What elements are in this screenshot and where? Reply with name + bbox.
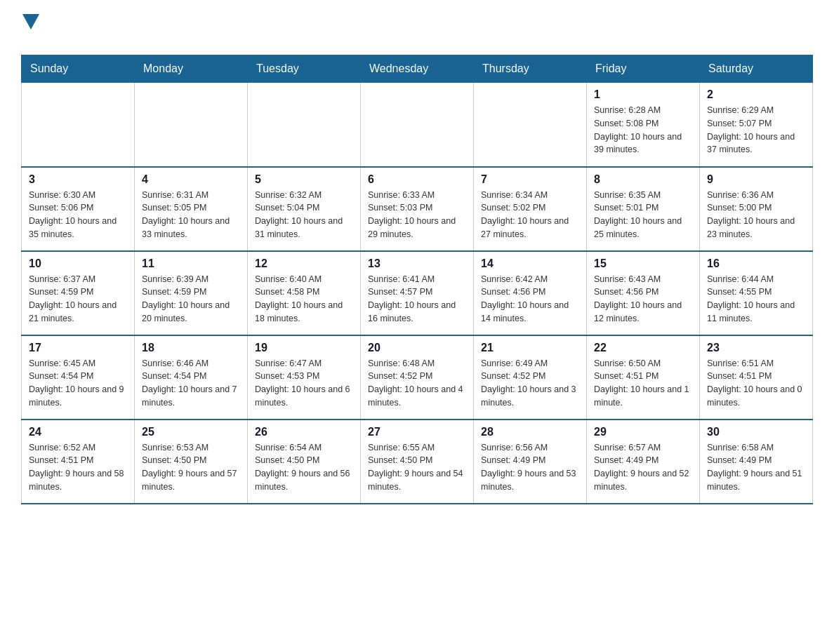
day-number: 15	[594, 257, 692, 270]
calendar-cell: 21Sunrise: 6:49 AMSunset: 4:52 PMDayligh…	[474, 335, 587, 420]
calendar-cell	[22, 83, 135, 167]
calendar-cell: 14Sunrise: 6:42 AMSunset: 4:56 PMDayligh…	[474, 251, 587, 335]
day-info: Sunrise: 6:31 AMSunset: 5:05 PMDaylight:…	[142, 189, 240, 241]
calendar-week-row: 1Sunrise: 6:28 AMSunset: 5:08 PMDaylight…	[22, 83, 813, 167]
calendar-cell	[135, 83, 248, 167]
day-info: Sunrise: 6:30 AMSunset: 5:06 PMDaylight:…	[29, 189, 127, 241]
day-info: Sunrise: 6:53 AMSunset: 4:50 PMDaylight:…	[142, 441, 240, 494]
day-info: Sunrise: 6:32 AMSunset: 5:04 PMDaylight:…	[255, 189, 353, 241]
day-number: 5	[255, 173, 353, 186]
logo-triangle-icon	[22, 14, 39, 29]
day-info: Sunrise: 6:42 AMSunset: 4:56 PMDaylight:…	[481, 273, 579, 326]
logo	[21, 14, 41, 48]
day-number: 13	[368, 257, 466, 270]
day-info: Sunrise: 6:49 AMSunset: 4:52 PMDaylight:…	[481, 357, 579, 410]
calendar-cell: 11Sunrise: 6:39 AMSunset: 4:59 PMDayligh…	[135, 251, 248, 335]
day-number: 28	[481, 426, 579, 438]
day-number: 1	[594, 88, 692, 101]
day-info: Sunrise: 6:36 AMSunset: 5:00 PMDaylight:…	[707, 189, 805, 241]
day-info: Sunrise: 6:46 AMSunset: 4:54 PMDaylight:…	[142, 357, 240, 410]
calendar-cell: 18Sunrise: 6:46 AMSunset: 4:54 PMDayligh…	[135, 335, 248, 420]
day-number: 19	[255, 342, 353, 354]
day-info: Sunrise: 6:28 AMSunset: 5:08 PMDaylight:…	[594, 104, 692, 156]
calendar-cell: 10Sunrise: 6:37 AMSunset: 4:59 PMDayligh…	[22, 251, 135, 335]
day-number: 23	[707, 342, 805, 354]
day-info: Sunrise: 6:47 AMSunset: 4:53 PMDaylight:…	[255, 357, 353, 410]
calendar-cell: 26Sunrise: 6:54 AMSunset: 4:50 PMDayligh…	[248, 420, 361, 504]
day-info: Sunrise: 6:41 AMSunset: 4:57 PMDaylight:…	[368, 273, 466, 326]
day-info: Sunrise: 6:55 AMSunset: 4:50 PMDaylight:…	[368, 441, 466, 494]
day-info: Sunrise: 6:48 AMSunset: 4:52 PMDaylight:…	[368, 357, 466, 410]
day-number: 21	[481, 342, 579, 354]
day-info: Sunrise: 6:29 AMSunset: 5:07 PMDaylight:…	[707, 104, 805, 156]
day-number: 2	[707, 88, 805, 101]
calendar-cell: 6Sunrise: 6:33 AMSunset: 5:03 PMDaylight…	[361, 167, 474, 251]
calendar-cell: 19Sunrise: 6:47 AMSunset: 4:53 PMDayligh…	[248, 335, 361, 420]
day-number: 30	[707, 426, 805, 438]
weekday-header-wednesday: Wednesday	[361, 55, 474, 83]
calendar-cell	[474, 83, 587, 167]
day-info: Sunrise: 6:57 AMSunset: 4:49 PMDaylight:…	[594, 441, 692, 494]
calendar-cell: 22Sunrise: 6:50 AMSunset: 4:51 PMDayligh…	[587, 335, 700, 420]
day-number: 27	[368, 426, 466, 438]
day-number: 11	[142, 257, 240, 270]
calendar-cell: 2Sunrise: 6:29 AMSunset: 5:07 PMDaylight…	[700, 83, 813, 167]
day-number: 22	[594, 342, 692, 354]
calendar-cell: 17Sunrise: 6:45 AMSunset: 4:54 PMDayligh…	[22, 335, 135, 420]
day-number: 14	[481, 257, 579, 270]
day-number: 4	[142, 173, 240, 186]
calendar-week-row: 3Sunrise: 6:30 AMSunset: 5:06 PMDaylight…	[22, 167, 813, 251]
calendar-week-row: 24Sunrise: 6:52 AMSunset: 4:51 PMDayligh…	[22, 420, 813, 504]
calendar-week-row: 17Sunrise: 6:45 AMSunset: 4:54 PMDayligh…	[22, 335, 813, 420]
day-number: 10	[29, 257, 127, 270]
day-info: Sunrise: 6:45 AMSunset: 4:54 PMDaylight:…	[29, 357, 127, 410]
day-number: 6	[368, 173, 466, 186]
calendar-table: SundayMondayTuesdayWednesdayThursdayFrid…	[21, 55, 813, 504]
calendar-cell: 24Sunrise: 6:52 AMSunset: 4:51 PMDayligh…	[22, 420, 135, 504]
day-info: Sunrise: 6:34 AMSunset: 5:02 PMDaylight:…	[481, 189, 579, 241]
calendar-cell: 13Sunrise: 6:41 AMSunset: 4:57 PMDayligh…	[361, 251, 474, 335]
day-info: Sunrise: 6:50 AMSunset: 4:51 PMDaylight:…	[594, 357, 692, 410]
day-number: 3	[29, 173, 127, 186]
day-number: 24	[29, 426, 127, 438]
day-info: Sunrise: 6:58 AMSunset: 4:49 PMDaylight:…	[707, 441, 805, 494]
day-number: 25	[142, 426, 240, 438]
calendar-cell: 28Sunrise: 6:56 AMSunset: 4:49 PMDayligh…	[474, 420, 587, 504]
day-info: Sunrise: 6:39 AMSunset: 4:59 PMDaylight:…	[142, 273, 240, 326]
day-info: Sunrise: 6:52 AMSunset: 4:51 PMDaylight:…	[29, 441, 127, 494]
calendar-cell: 9Sunrise: 6:36 AMSunset: 5:00 PMDaylight…	[700, 167, 813, 251]
calendar-cell: 4Sunrise: 6:31 AMSunset: 5:05 PMDaylight…	[135, 167, 248, 251]
day-info: Sunrise: 6:54 AMSunset: 4:50 PMDaylight:…	[255, 441, 353, 494]
calendar-cell: 15Sunrise: 6:43 AMSunset: 4:56 PMDayligh…	[587, 251, 700, 335]
calendar-cell: 29Sunrise: 6:57 AMSunset: 4:49 PMDayligh…	[587, 420, 700, 504]
day-info: Sunrise: 6:40 AMSunset: 4:58 PMDaylight:…	[255, 273, 353, 326]
day-number: 29	[594, 426, 692, 438]
day-number: 26	[255, 426, 353, 438]
calendar-cell: 5Sunrise: 6:32 AMSunset: 5:04 PMDaylight…	[248, 167, 361, 251]
calendar-cell: 1Sunrise: 6:28 AMSunset: 5:08 PMDaylight…	[587, 83, 700, 167]
weekday-header-thursday: Thursday	[474, 55, 587, 83]
calendar-cell: 25Sunrise: 6:53 AMSunset: 4:50 PMDayligh…	[135, 420, 248, 504]
weekday-header-sunday: Sunday	[22, 55, 135, 83]
day-info: Sunrise: 6:56 AMSunset: 4:49 PMDaylight:…	[481, 441, 579, 494]
calendar-cell: 3Sunrise: 6:30 AMSunset: 5:06 PMDaylight…	[22, 167, 135, 251]
day-number: 8	[594, 173, 692, 186]
day-number: 16	[707, 257, 805, 270]
calendar-cell: 7Sunrise: 6:34 AMSunset: 5:02 PMDaylight…	[474, 167, 587, 251]
calendar-cell	[248, 83, 361, 167]
day-info: Sunrise: 6:35 AMSunset: 5:01 PMDaylight:…	[594, 189, 692, 241]
weekday-header-monday: Monday	[135, 55, 248, 83]
day-number: 7	[481, 173, 579, 186]
weekday-header-tuesday: Tuesday	[248, 55, 361, 83]
day-info: Sunrise: 6:44 AMSunset: 4:55 PMDaylight:…	[707, 273, 805, 326]
day-number: 18	[142, 342, 240, 354]
weekday-header-saturday: Saturday	[700, 55, 813, 83]
page-header	[21, 14, 813, 48]
calendar-cell: 20Sunrise: 6:48 AMSunset: 4:52 PMDayligh…	[361, 335, 474, 420]
calendar-header-row: SundayMondayTuesdayWednesdayThursdayFrid…	[22, 55, 813, 83]
calendar-week-row: 10Sunrise: 6:37 AMSunset: 4:59 PMDayligh…	[22, 251, 813, 335]
calendar-cell: 16Sunrise: 6:44 AMSunset: 4:55 PMDayligh…	[700, 251, 813, 335]
calendar-cell: 30Sunrise: 6:58 AMSunset: 4:49 PMDayligh…	[700, 420, 813, 504]
calendar-cell: 12Sunrise: 6:40 AMSunset: 4:58 PMDayligh…	[248, 251, 361, 335]
weekday-header-friday: Friday	[587, 55, 700, 83]
